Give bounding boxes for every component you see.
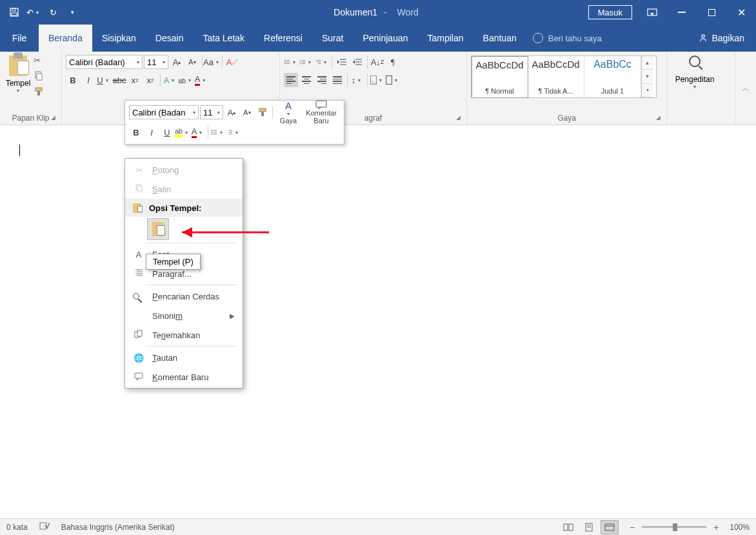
grow-font-icon[interactable]: A▴ — [170, 55, 184, 69]
borders-icon[interactable]: ▾ — [386, 73, 400, 87]
maximize-icon[interactable] — [697, 0, 726, 25]
mt-styles-button[interactable]: A▾ Gaya — [275, 100, 301, 125]
tab-sisipkan[interactable]: Sisipkan — [92, 25, 146, 52]
text-effects-icon[interactable]: A▾ — [163, 73, 177, 87]
login-button[interactable]: Masuk — [588, 5, 632, 19]
font-name-dropdown[interactable]: ▾ — [66, 55, 143, 69]
tab-bantuan[interactable]: Bantuan — [473, 25, 526, 52]
superscript-icon[interactable]: x2 — [143, 73, 157, 87]
underline-icon[interactable]: U▾ — [97, 73, 111, 87]
italic-icon[interactable]: I — [81, 73, 95, 87]
mt-bullets-icon[interactable]: ▾ — [211, 125, 225, 139]
font-dialog-icon: A — [133, 250, 144, 259]
tell-me-search[interactable]: Beri tahu saya — [533, 25, 602, 52]
word-count[interactable]: 0 kata — [6, 523, 28, 532]
cut-icon[interactable]: ✂ — [34, 56, 45, 67]
share-button[interactable]: Bagikan — [687, 25, 756, 52]
numbering-icon[interactable]: 123▾ — [299, 55, 313, 69]
display-mode-icon[interactable] — [637, 0, 667, 25]
style-normal[interactable]: AaBbCcDd ¶ Normal — [472, 56, 528, 98]
clipboard-launcher-icon[interactable]: ◢ — [51, 114, 59, 122]
close-icon[interactable]: ✕ — [726, 0, 756, 25]
font-size-dropdown[interactable]: ▾ — [144, 55, 168, 69]
subscript-icon[interactable]: x2 — [128, 73, 142, 87]
zoom-level[interactable]: 100% — [730, 523, 750, 532]
decrease-indent-icon[interactable] — [335, 55, 349, 69]
justify-icon[interactable] — [330, 73, 344, 87]
spellcheck-icon[interactable] — [39, 521, 50, 532]
collapse-ribbon-icon[interactable]: ︿ — [735, 52, 756, 125]
change-case-icon[interactable]: Aa▾ — [205, 55, 219, 69]
mt-highlight-icon[interactable]: ab▾ — [175, 125, 190, 139]
editing-button[interactable]: Pengeditan ▾ — [667, 52, 722, 90]
ctx-copy[interactable]: Salin — [125, 179, 243, 199]
tab-peninjauan[interactable]: Peninjauan — [353, 25, 417, 52]
font-color-icon[interactable]: A▾ — [194, 73, 208, 87]
print-layout-icon[interactable] — [580, 520, 598, 534]
tab-surat[interactable]: Surat — [312, 25, 353, 52]
paste-button[interactable]: Tempel ▾ — [4, 53, 32, 105]
zoom-out-icon[interactable]: − — [626, 522, 638, 532]
pilcrow-icon[interactable]: ¶ — [386, 55, 400, 69]
mt-font-name[interactable]: ▾ — [129, 105, 199, 119]
style-no-spacing[interactable]: AaBbCcDd ¶ Tidak A... — [528, 56, 584, 97]
align-center-icon[interactable] — [299, 73, 313, 87]
strike-icon[interactable]: abc — [112, 73, 126, 87]
styles-launcher-icon[interactable]: ◢ — [656, 114, 664, 122]
tab-tata-letak[interactable]: Tata Letak — [193, 25, 254, 52]
web-layout-icon[interactable] — [601, 520, 619, 534]
highlight-icon[interactable]: ab▾ — [179, 73, 193, 87]
mt-font-size[interactable]: ▾ — [200, 105, 223, 119]
styles-scroll-up-icon[interactable]: ▲ — [642, 56, 653, 70]
tab-referensi[interactable]: Referensi — [254, 25, 312, 52]
mt-underline-icon[interactable]: U — [160, 125, 174, 139]
clipboard-icon — [133, 203, 141, 213]
shading-icon[interactable]: ▾ — [370, 73, 384, 87]
increase-indent-icon[interactable] — [350, 55, 364, 69]
mt-numbering-icon[interactable]: ▾ — [226, 125, 241, 139]
read-mode-icon[interactable] — [559, 520, 577, 534]
tab-beranda[interactable]: Beranda — [39, 25, 92, 52]
style-heading1[interactable]: AaBbCc Judul 1 — [584, 56, 641, 97]
ctx-new-comment[interactable]: Komentar Baru — [125, 367, 243, 387]
zoom-slider[interactable] — [642, 526, 706, 528]
shrink-font-icon[interactable]: A▾ — [185, 55, 199, 69]
language-indicator[interactable]: Bahasa Inggris (Amerika Serikat) — [61, 523, 175, 532]
save-icon[interactable] — [6, 5, 22, 20]
mt-grow-font-icon[interactable]: A▴ — [224, 105, 239, 119]
tab-file[interactable]: File — [0, 25, 39, 52]
undo-icon[interactable]: ↶▾ — [26, 5, 41, 20]
mt-shrink-font-icon[interactable]: A▾ — [240, 105, 254, 119]
multilevel-icon[interactable]: ▾ — [315, 55, 329, 69]
ctx-link[interactable]: 🌐Tautan — [125, 348, 243, 367]
sort-icon[interactable]: A↓Z — [370, 55, 384, 69]
bold-icon[interactable]: B — [66, 73, 80, 87]
styles-scroll-down-icon[interactable]: ▼ — [642, 70, 653, 83]
line-spacing-icon[interactable]: ↕▾ — [350, 73, 364, 87]
mt-comment-button[interactable]: Komentar Baru — [303, 100, 340, 125]
customize-qat-icon[interactable]: ▾ — [65, 5, 80, 20]
mt-format-painter-icon[interactable] — [255, 105, 270, 119]
paragraph-launcher-icon[interactable]: ◢ — [456, 114, 464, 122]
align-left-icon[interactable] — [284, 73, 298, 87]
copy-icon[interactable] — [34, 71, 45, 83]
context-menu: ✂Potong Salin Opsi Tempel: AFont... Para… — [124, 158, 243, 389]
align-right-icon[interactable] — [315, 73, 329, 87]
ctx-cut[interactable]: ✂Potong — [125, 160, 243, 179]
tab-tampilan[interactable]: Tampilan — [418, 25, 473, 52]
mt-bold-icon[interactable]: B — [129, 125, 143, 139]
clear-format-icon[interactable]: A🧹 — [225, 55, 239, 69]
ctx-translate[interactable]: Terjemahkan — [125, 325, 243, 345]
minimize-icon[interactable] — [667, 0, 697, 25]
format-painter-icon[interactable] — [34, 86, 45, 98]
styles-expand-icon[interactable]: ▾ — [642, 84, 653, 97]
mt-italic-icon[interactable]: I — [144, 125, 159, 139]
ctx-smart-lookup[interactable]: Pencarian Cerdas — [125, 287, 243, 306]
ctx-synonym[interactable]: Sinonim▶ — [125, 306, 243, 325]
zoom-in-icon[interactable]: + — [710, 522, 722, 532]
styles-gallery[interactable]: AaBbCcDd ¶ Normal AaBbCcDd ¶ Tidak A... … — [471, 56, 657, 98]
mt-font-color-icon[interactable]: A▾ — [191, 125, 205, 139]
redo-icon[interactable]: ↻ — [45, 5, 61, 20]
tab-desain[interactable]: Desain — [146, 25, 194, 52]
bullets-icon[interactable]: ▾ — [284, 55, 298, 69]
